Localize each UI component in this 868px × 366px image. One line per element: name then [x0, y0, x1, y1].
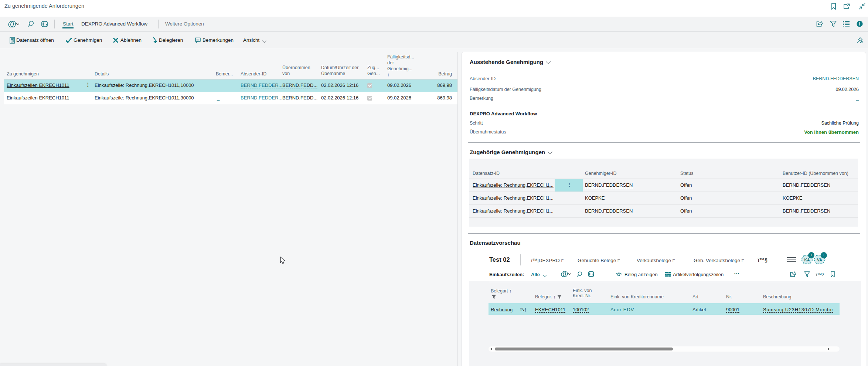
svg-text:VA: VA [817, 258, 822, 262]
svg-text:KA: KA [804, 258, 810, 262]
